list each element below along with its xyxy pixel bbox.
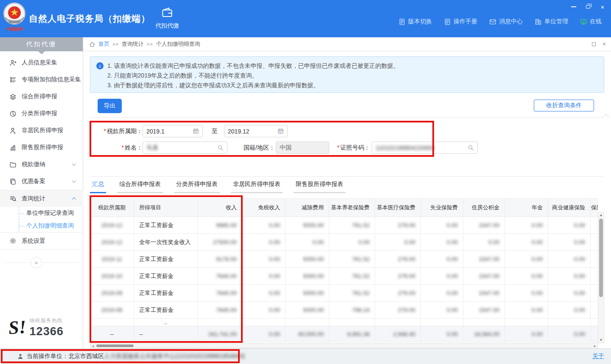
- user-icon: [17, 353, 24, 360]
- table-cell: 8,991.36: [329, 326, 375, 342]
- table-cell: [421, 319, 463, 326]
- table-cell: 5000.00: [286, 217, 329, 233]
- main-tab-withholding[interactable]: 代扣代缴: [147, 6, 188, 30]
- tab-classified[interactable]: 分类所得申报表: [174, 181, 220, 193]
- hotline-block: S! 纳税服务热线 12366: [8, 317, 83, 338]
- tab-nonresident[interactable]: 非居民所得申报表: [231, 181, 283, 193]
- period-from-input[interactable]: 2019.1: [143, 125, 203, 137]
- table-cell: 9985.00: [198, 217, 242, 233]
- period-to-input[interactable]: 2019.12: [224, 125, 288, 137]
- sidebar-item-personnel[interactable]: 人员信息采集: [0, 54, 83, 71]
- app-header: 中国税务 自然人电子税务局（扣缴端） 代扣代缴 版本切换操作手册消息中心单位管理…: [0, 0, 611, 37]
- sidebar-item-classified-income[interactable]: 分类所得申报: [0, 105, 83, 122]
- nationality-field: 中国: [276, 142, 329, 154]
- sidebar-collapse-button[interactable]: «: [31, 257, 42, 268]
- sidebar-subitem-unit-declare-record[interactable]: 单位申报记录查询: [0, 207, 83, 220]
- table-cell: [329, 319, 375, 326]
- sidebar-item-label: 查询统计: [22, 195, 45, 203]
- scroll-left-arrow[interactable]: ◄: [90, 344, 95, 348]
- table-cell: 7645.00: [198, 268, 242, 284]
- current-unit-blurred: 人力资源服务公共服务中心(12110102199661854840): [104, 353, 245, 360]
- pane-maximize-icon[interactable]: [592, 42, 596, 46]
- breadcrumb-item-0[interactable]: 首页: [98, 40, 109, 48]
- table-cell: 279.00: [375, 251, 421, 267]
- pane-controls: ×: [592, 41, 606, 47]
- search-icon[interactable]: [217, 144, 224, 151]
- sidebar-submenu-query-statistics: 单位申报记录查询个人扣缴明细查询: [0, 207, 83, 233]
- export-button[interactable]: 导出: [98, 99, 122, 113]
- id-number-label: *证照号码：: [331, 144, 370, 152]
- breadcrumb-item-2: 个人扣缴明细查询: [156, 40, 200, 48]
- table-cell: 2019-12: [90, 234, 134, 250]
- table-cell: [591, 326, 598, 342]
- tax-payment-icon: [9, 161, 17, 168]
- breadcrumb: 首页>>查询统计>>个人扣缴明细查询 ×: [83, 37, 611, 51]
- header-nav-manual[interactable]: 操作手册: [444, 18, 477, 25]
- table-cell: 0.00: [421, 285, 463, 301]
- column-header-7: 失业保险费: [421, 199, 463, 217]
- doc-icon: [444, 18, 451, 25]
- column-header-0: 税款所属期: [90, 199, 134, 217]
- table-cell: 0.00: [286, 234, 329, 250]
- scroll-up-arrow[interactable]: ▲: [598, 212, 604, 218]
- scroll-right-arrow[interactable]: ►: [592, 344, 597, 348]
- table-cell: 279.00: [375, 217, 421, 233]
- sidebar-item-restricted-shares[interactable]: 限售股所得申报: [0, 139, 83, 156]
- sidebar-item-query-statistics[interactable]: 查询统计: [0, 190, 83, 207]
- header-nav-version[interactable]: 版本切换: [398, 18, 432, 25]
- vertical-scroll-thumb[interactable]: [599, 219, 603, 297]
- header-nav-unit[interactable]: 单位管理: [535, 18, 568, 25]
- preferential-filing-icon: [9, 178, 17, 185]
- table-cell: 1547.00: [463, 285, 505, 301]
- tab-restricted[interactable]: 限售股所得申报表: [294, 181, 345, 193]
- chevron-down-icon: [72, 179, 76, 183]
- table-cell: 0.00: [242, 302, 286, 318]
- sidebar-subitem-personal-withholding-detail[interactable]: 个人扣缴明细查询: [0, 220, 83, 232]
- table-cell: 正常工资薪金: [134, 268, 198, 284]
- sidebar-item-nonresident-income[interactable]: 非居民所得申报: [0, 122, 83, 139]
- summary-table: 税款所属期所得项目收入免税收入减除费用基本养老保险费基本医疗保险费失业保险费住房…: [90, 198, 598, 343]
- scroll-down-arrow[interactable]: ▼: [598, 337, 604, 343]
- window-close-button[interactable]: ×: [599, 3, 606, 10]
- period-label: *税款所属期：: [90, 128, 143, 135]
- name-input[interactable]: 马某: [143, 142, 227, 154]
- pane-close-icon[interactable]: ×: [603, 41, 606, 47]
- tab-summary[interactable]: 汇总: [90, 181, 106, 193]
- tab-comprehensive[interactable]: 综合所得申报表: [117, 181, 163, 193]
- sidebar-item-label: 专项附加扣除信息采集: [22, 76, 81, 83]
- vertical-scrollbar[interactable]: ▲ ▼: [598, 212, 604, 343]
- header-nav-message[interactable]: 消息中心: [489, 18, 523, 25]
- collapse-query-button[interactable]: 收折查询条件: [534, 100, 594, 111]
- window-minimize-button[interactable]: [570, 3, 577, 10]
- horizontal-scroll-thumb[interactable]: [96, 345, 134, 347]
- table-cell: 27500.00: [198, 234, 242, 250]
- table-cell: 0.00: [421, 234, 463, 250]
- sidebar-item-system-settings[interactable]: 系统设置: [0, 233, 83, 250]
- window-restore-button[interactable]: [585, 3, 591, 10]
- about-link[interactable]: 关于: [592, 353, 604, 360]
- sidebar-item-tax-payment[interactable]: 税款缴纳: [0, 156, 83, 173]
- horizontal-scrollbar[interactable]: ◄ ►: [90, 343, 598, 348]
- chevron-up-icon: [72, 197, 76, 201]
- table-cell: 正常工资薪金: [134, 251, 198, 267]
- sidebar-collapse-area: «: [0, 257, 83, 269]
- table-cell: [591, 319, 598, 326]
- personnel-icon: [9, 59, 17, 67]
- table-cell: [591, 217, 598, 233]
- comprehensive-income-icon: [9, 93, 17, 100]
- header-nav-online[interactable]: 在线: [580, 18, 602, 25]
- sidebar-item-preferential-filing[interactable]: 优惠备案: [0, 173, 83, 190]
- header-nav: 版本切换操作手册消息中心单位管理在线: [398, 18, 602, 25]
- sidebar-item-label: 综合所得申报: [22, 93, 57, 100]
- table-cell: 7645.00: [198, 285, 242, 301]
- search-icon[interactable]: [468, 144, 474, 151]
- wallet-icon: [161, 6, 174, 19]
- table-cell: 2019-10: [90, 268, 134, 284]
- table-cell: --: [90, 326, 134, 342]
- sidebar-item-comprehensive-income[interactable]: 综合所得申报: [0, 88, 83, 105]
- chevron-down-icon: [72, 162, 76, 166]
- calendar-icon: [277, 128, 284, 134]
- sidebar-item-special-deduction[interactable]: 专项附加扣除信息采集: [0, 71, 83, 88]
- id-number-input[interactable]: 110102199904220009: [372, 142, 478, 154]
- calendar-icon: [193, 128, 199, 134]
